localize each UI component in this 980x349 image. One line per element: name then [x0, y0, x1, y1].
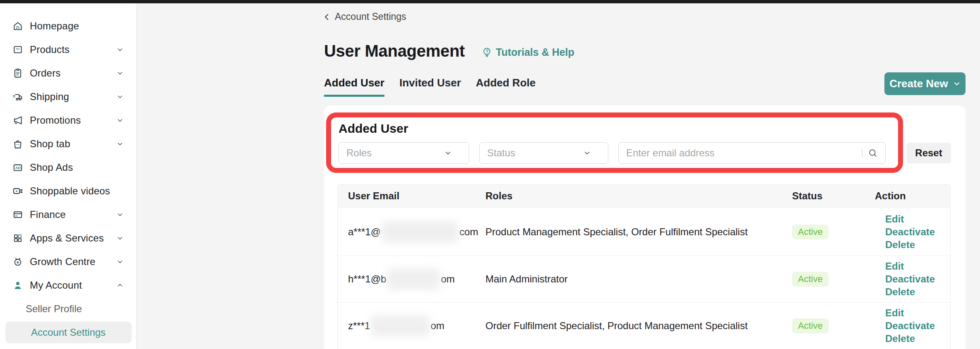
status-badge: Active	[792, 318, 829, 333]
status-placeholder: Status	[487, 147, 515, 159]
shop-bag-icon	[12, 139, 23, 149]
sidebar-item-shop-ads[interactable]: AD Shop Ads	[0, 156, 137, 179]
column-header-action: Action	[875, 190, 951, 202]
table-row: h***1@b om Main Administrator Active Edi…	[338, 256, 950, 303]
svg-text:AD: AD	[15, 166, 21, 170]
sidebar-item-label: Orders	[30, 67, 61, 79]
reset-button[interactable]: Reset	[906, 143, 951, 163]
sidebar-item-finance[interactable]: Finance	[0, 203, 137, 226]
status-filter-select[interactable]: Status	[479, 142, 608, 164]
user-email-cell: z***1 om	[338, 316, 485, 336]
email-prefix: h***1@b	[348, 273, 386, 285]
create-new-label: Create New	[889, 77, 948, 90]
email-search-input[interactable]	[618, 142, 886, 164]
delete-link[interactable]: Delete	[885, 333, 951, 344]
actions-cell: Edit Deactivate Delete	[875, 307, 951, 344]
email-suffix: com	[459, 226, 478, 238]
promotions-icon	[12, 115, 23, 126]
sidebar-item-growth-centre[interactable]: Growth Centre	[0, 250, 137, 273]
sidebar-item-products[interactable]: Products	[0, 38, 137, 61]
status-cell: Active	[792, 318, 875, 333]
delete-link[interactable]: Delete	[885, 286, 951, 298]
actions-cell: Edit Deactivate Delete	[875, 261, 951, 298]
chevron-down-icon	[117, 93, 123, 100]
roles-filter-select[interactable]: Roles	[339, 142, 469, 164]
chevron-down-icon	[117, 70, 123, 76]
roles-cell: Order Fulfilment Specialist, Product Man…	[485, 320, 792, 332]
apps-grid-icon	[12, 233, 23, 244]
user-email-cell: h***1@b om	[338, 269, 485, 289]
home-icon	[12, 21, 23, 31]
sidebar-item-label: Shipping	[30, 91, 69, 103]
sidebar-item-label: My Account	[30, 280, 82, 291]
deactivate-link[interactable]: Deactivate	[885, 226, 951, 238]
sidebar-item-shipping[interactable]: Shipping	[0, 85, 137, 108]
column-header-status: Status	[792, 190, 875, 202]
edit-link[interactable]: Edit	[885, 307, 951, 319]
sidebar: Homepage Products Orders Shipping	[0, 3, 137, 349]
sidebar-item-orders[interactable]: Orders	[0, 62, 137, 85]
status-cell: Active	[792, 225, 875, 239]
chevron-down-icon	[117, 211, 123, 218]
tutorials-help-label: Tutorials & Help	[496, 46, 574, 58]
email-suffix: om	[441, 273, 454, 285]
sidebar-subitem-seller-profile[interactable]: Seller Profile	[0, 298, 137, 320]
table-header-row: User Email Roles Status Action	[338, 184, 950, 208]
sidebar-subitem-account-settings[interactable]: Account Settings	[5, 322, 132, 343]
sidebar-item-label: Shop Ads	[30, 162, 73, 173]
column-header-roles: Roles	[485, 190, 792, 202]
actions-cell: Edit Deactivate Delete	[875, 213, 951, 251]
deactivate-link[interactable]: Deactivate	[885, 273, 951, 285]
status-cell: Active	[792, 272, 875, 287]
email-search-field	[618, 142, 886, 164]
delete-link[interactable]: Delete	[885, 239, 951, 251]
table-row: a***1@ com Product Management Specialist…	[338, 208, 950, 256]
finance-card-icon	[12, 209, 23, 220]
sidebar-item-promotions[interactable]: Promotions	[0, 109, 137, 132]
roles-cell: Product Management Specialist, Order Ful…	[485, 226, 792, 238]
sidebar-item-homepage[interactable]: Homepage	[0, 14, 137, 38]
products-icon	[12, 44, 23, 55]
shipping-icon	[12, 91, 23, 102]
tutorials-help-link[interactable]: ? Tutorials & Help	[481, 46, 574, 58]
users-table: User Email Roles Status Action a***1@ co…	[337, 184, 951, 349]
chevron-down-icon	[117, 235, 123, 241]
edit-link[interactable]: Edit	[885, 213, 951, 225]
sidebar-item-shop-tab[interactable]: Shop tab	[0, 132, 137, 155]
chevron-down-icon	[117, 117, 123, 124]
column-header-user-email: User Email	[338, 190, 485, 202]
sidebar-item-label: Shop tab	[30, 138, 70, 150]
person-icon	[12, 280, 23, 291]
email-prefix: z***1	[348, 320, 370, 332]
deactivate-link[interactable]: Deactivate	[885, 320, 951, 332]
create-new-button[interactable]: Create New	[884, 72, 966, 95]
tab-invited-user[interactable]: Invited User	[399, 76, 461, 97]
email-suffix: om	[430, 320, 444, 332]
sidebar-item-shoppable-videos[interactable]: Shoppable videos	[0, 179, 137, 203]
panel-heading: Added User	[339, 122, 408, 136]
status-badge: Active	[792, 225, 829, 239]
breadcrumb[interactable]: Account Settings	[323, 11, 406, 22]
sidebar-subitem-label: Account Settings	[31, 327, 106, 338]
chevron-down-icon	[444, 150, 452, 157]
lightbulb-help-icon: ?	[481, 47, 492, 58]
user-email-cell: a***1@ com	[338, 222, 485, 242]
sidebar-item-label: Homepage	[30, 20, 79, 32]
sidebar-item-label: Apps & Services	[30, 232, 104, 244]
back-chevron-icon	[323, 13, 331, 21]
tab-added-user[interactable]: Added User	[324, 76, 384, 97]
edit-link[interactable]: Edit	[885, 261, 951, 272]
chevron-down-icon	[584, 150, 591, 157]
redaction-blur	[387, 269, 440, 289]
search-icon[interactable]	[867, 148, 878, 158]
sidebar-item-apps-services[interactable]: Apps & Services	[0, 227, 137, 250]
sidebar-item-label: Finance	[30, 209, 66, 220]
svg-text:?: ?	[486, 49, 489, 54]
redaction-blur	[382, 222, 459, 242]
sidebar-item-my-account[interactable]: My Account	[0, 274, 137, 297]
page: Homepage Products Orders Shipping	[0, 0, 980, 349]
chevron-down-icon	[953, 80, 961, 88]
tab-added-role[interactable]: Added Role	[476, 76, 536, 97]
status-badge: Active	[792, 272, 829, 287]
sidebar-item-label: Growth Centre	[30, 256, 96, 268]
